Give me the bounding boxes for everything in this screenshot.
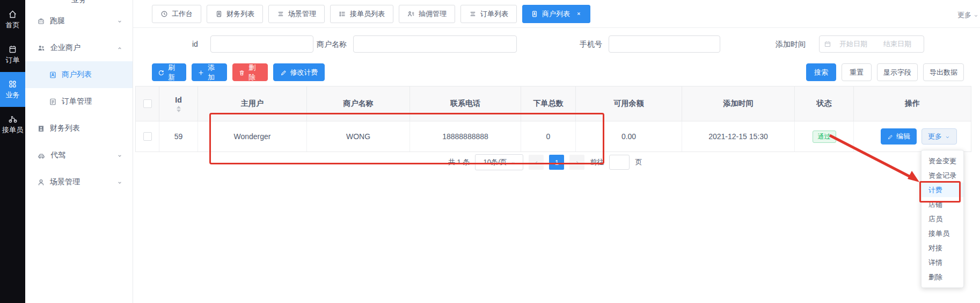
rail-item-label: 首页 — [6, 20, 20, 30]
chevron-down-icon — [116, 151, 123, 160]
tab-order-list[interactable]: 订单列表 — [460, 5, 517, 23]
refresh-label: 刷新 — [168, 63, 180, 82]
merchant-name-input[interactable] — [353, 35, 517, 53]
sidebar-item-order-management[interactable]: 订单管理 — [25, 88, 133, 115]
chevron-down-icon — [510, 158, 516, 167]
modify-billing-button[interactable]: 修改计费 — [273, 63, 325, 81]
refresh-icon — [158, 68, 165, 76]
show-fields-button[interactable]: 显示字段 — [877, 63, 918, 81]
tab-label: 接单员列表 — [350, 9, 385, 19]
merchant-doc-icon — [49, 71, 57, 79]
sort-icon[interactable] — [177, 106, 181, 112]
sidebar-item-driving[interactable]: 代驾 — [25, 142, 133, 169]
page-unit-label: 页 — [635, 157, 642, 167]
close-icon[interactable] — [576, 11, 582, 17]
row-more-label: 更多 — [928, 132, 942, 141]
header-cell-actions: 操作 — [854, 86, 971, 121]
merchant-table: Id 主用户 商户名称 联系电话 下单总数 可用余额 添加时间 状态 操作 59… — [135, 86, 971, 152]
header-cell-checkbox — [136, 86, 159, 121]
next-page-button[interactable]: › — [569, 155, 584, 170]
tab-commission-management[interactable]: 抽佣管理 — [399, 5, 455, 23]
phone-input[interactable] — [609, 35, 720, 53]
rail-item-home[interactable]: 首页 — [0, 2, 25, 37]
tab-finance-list[interactable]: 财务列表 — [207, 5, 263, 23]
tabs-more-button[interactable]: 更多 — [957, 10, 979, 20]
chevron-down-icon — [116, 17, 123, 25]
edit-button[interactable]: 编辑 — [881, 128, 917, 145]
sidebar-item-label: 场景管理 — [50, 177, 80, 187]
header-cell-add-time: 添加时间 — [682, 86, 795, 121]
row-cell-merchant-name: WONG — [307, 121, 410, 152]
table-header-row: Id 主用户 商户名称 联系电话 下单总数 可用余额 添加时间 状态 操作 — [136, 86, 971, 121]
prev-page-button[interactable]: ‹ — [529, 155, 544, 170]
select-all-checkbox[interactable] — [143, 99, 152, 108]
sidebar-item-label: 财务列表 — [50, 124, 80, 133]
sidebar-item-merchant-list[interactable]: 商户列表 — [25, 61, 133, 88]
trash-icon — [238, 68, 245, 76]
luggage-icon — [37, 17, 45, 25]
tab-label: 财务列表 — [226, 9, 254, 19]
sidebar-item-enterprise-merchant[interactable]: 企业商户 — [25, 34, 133, 61]
reset-button[interactable]: 重置 — [842, 63, 872, 81]
date-range-picker[interactable]: 开始日期 结束日期 — [819, 35, 924, 53]
search-label: 搜索 — [814, 68, 828, 77]
sidebar: 业务 跑腿 企业商户 商户列表 订单管理 财务列表 代驾 — [25, 0, 133, 303]
table-row: 59 Wonderger WONG 18888888888 0 0.00 202… — [136, 121, 971, 152]
dropdown-item-fund-change[interactable]: 资金变更 — [922, 154, 963, 168]
dropdown-item-courier[interactable]: 接单员 — [922, 226, 963, 241]
chevron-down-icon — [116, 178, 123, 186]
refresh-button[interactable]: 刷新 — [152, 63, 186, 81]
tab-scene-management[interactable]: 场景管理 — [268, 5, 325, 23]
add-button[interactable]: 添加 — [192, 63, 227, 81]
current-page-button[interactable]: 1 — [549, 155, 564, 170]
sidebar-item-finance-list[interactable]: 财务列表 — [25, 115, 133, 142]
tab-label: 商户列表 — [542, 9, 570, 19]
pagination-total: 共 1 条 — [448, 157, 470, 167]
delete-button[interactable]: 删除 — [232, 63, 268, 81]
dropdown-item-billing[interactable]: 计费 — [922, 183, 963, 197]
end-date-placeholder[interactable]: 结束日期 — [875, 39, 919, 49]
add-time-label: 添加时间 — [776, 40, 806, 49]
edit-label: 编辑 — [896, 132, 910, 141]
start-date-placeholder[interactable]: 开始日期 — [831, 39, 875, 49]
chevron-up-icon — [116, 44, 123, 52]
chevron-down-icon — [945, 133, 950, 141]
sidebar-item-label: 订单管理 — [62, 97, 92, 106]
add-label: 添加 — [208, 63, 221, 82]
goto-page-input[interactable] — [609, 155, 630, 170]
rail-item-business[interactable]: 业务 — [0, 72, 25, 107]
header-cell-balance: 可用余额 — [576, 86, 682, 121]
chevron-down-icon — [973, 11, 979, 19]
calendar-icon — [824, 40, 831, 48]
sidebar-item-label: 代驾 — [50, 150, 65, 160]
tab-label: 场景管理 — [288, 9, 316, 19]
page-size-label: 10条/页 — [483, 157, 507, 167]
dropdown-item-detail[interactable]: 详情 — [922, 255, 963, 270]
rail-item-courier[interactable]: 接单员 — [0, 107, 25, 142]
tab-courier-list[interactable]: 接单员列表 — [330, 5, 393, 23]
row-cell-actions: 编辑 更多 — [854, 121, 971, 152]
row-cell-checkbox — [136, 121, 159, 152]
tabs-more-label: 更多 — [957, 10, 971, 20]
row-more-button[interactable]: 更多 — [922, 128, 957, 145]
page-size-select[interactable]: 10条/页 — [475, 154, 523, 170]
row-cell-balance: 0.00 — [576, 121, 682, 152]
id-input[interactable] — [210, 35, 313, 53]
sidebar-item-scene-management[interactable]: 场景管理 — [25, 169, 133, 196]
modify-billing-label: 修改计费 — [290, 68, 318, 77]
export-data-button[interactable]: 导出数据 — [923, 63, 964, 81]
search-button[interactable]: 搜索 — [806, 63, 836, 81]
row-cell-id: 59 — [159, 121, 198, 152]
dropdown-item-fund-record[interactable]: 资金记录 — [922, 168, 963, 183]
tab-merchant-list[interactable]: 商户列表 — [522, 5, 590, 23]
rail-item-orders[interactable]: 订单 — [0, 37, 25, 72]
sidebar-item-label: 商户列表 — [62, 70, 92, 80]
row-checkbox[interactable] — [143, 132, 152, 141]
tab-workbench[interactable]: 工作台 — [152, 5, 201, 23]
person-icon — [37, 178, 45, 186]
dropdown-item-store[interactable]: 店铺 — [922, 197, 963, 212]
dropdown-item-clerk[interactable]: 店员 — [922, 212, 963, 226]
dropdown-item-connect[interactable]: 对接 — [922, 241, 963, 255]
sidebar-item-errand[interactable]: 跑腿 — [25, 8, 133, 34]
dropdown-item-delete[interactable]: 删除 — [922, 270, 963, 284]
